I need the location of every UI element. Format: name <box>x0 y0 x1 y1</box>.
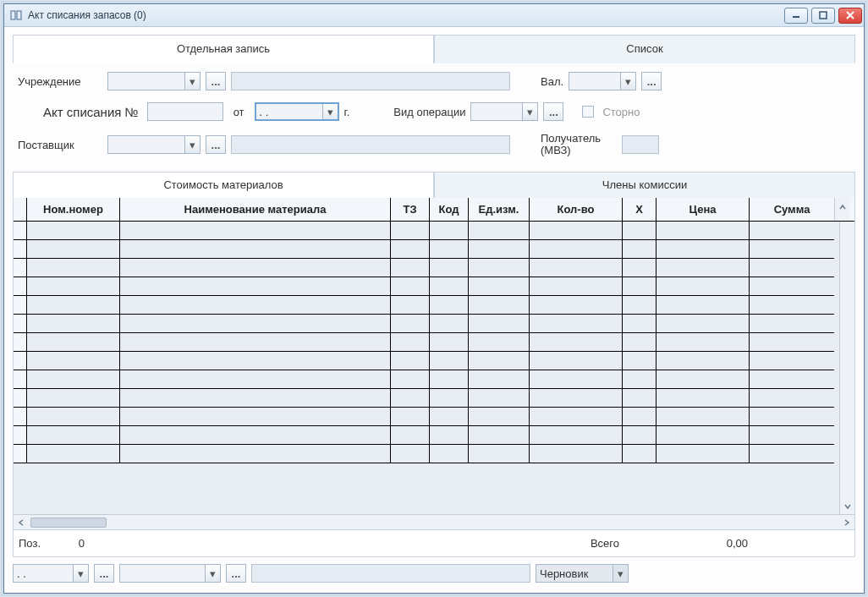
table-row[interactable] <box>14 370 854 389</box>
status-combo[interactable]: Черновик ▾ <box>536 564 629 583</box>
chevron-down-icon: ▾ <box>613 565 628 582</box>
tab-list[interactable]: Список <box>434 35 855 63</box>
institution-browse-button[interactable]: ... <box>206 72 226 90</box>
svg-rect-1 <box>17 11 21 19</box>
scrollbar-thumb[interactable] <box>30 518 107 528</box>
table-row[interactable] <box>14 426 854 445</box>
vscroll-header-gap <box>834 198 849 221</box>
col-sum[interactable]: Сумма <box>750 198 834 221</box>
window-title: Акт списания запасов (0) <box>28 9 784 21</box>
footer-pos-value: 0 <box>51 537 85 550</box>
date-input[interactable]: . . ▾ <box>255 102 339 121</box>
chevron-down-icon: ▾ <box>522 103 537 120</box>
table-row[interactable] <box>14 240 854 259</box>
bottom-bar: . . ▾ ... ▾ ... Черновик ▾ <box>13 557 855 583</box>
bottom-browse-2-button[interactable]: ... <box>226 564 246 583</box>
label-recipient: Получатель (МВЗ) <box>541 133 617 157</box>
materials-grid: Ном.номер Наименование материала ТЗ Код … <box>13 198 855 530</box>
label-storno: Сторно <box>602 106 640 118</box>
label-institution: Учреждение <box>18 75 102 88</box>
bottom-date-combo[interactable]: . . ▾ <box>13 564 89 583</box>
act-number-input[interactable] <box>147 102 223 121</box>
col-ed[interactable]: Ед.изм. <box>469 198 530 221</box>
bottom-combo-2[interactable]: ▾ <box>119 564 221 583</box>
col-tz[interactable]: ТЗ <box>391 198 430 221</box>
op-type-combo[interactable]: ▾ <box>470 102 538 121</box>
chevron-down-icon: ▾ <box>184 73 200 90</box>
scroll-down-icon[interactable] <box>840 499 854 514</box>
subtab-materials[interactable]: Стоимость материалов <box>13 172 434 198</box>
grid-header-row: Ном.номер Наименование материала ТЗ Код … <box>14 198 854 222</box>
grid-footer: Поз. 0 Всего 0,00 <box>13 530 855 557</box>
chevron-down-icon: ▾ <box>620 73 635 90</box>
table-row[interactable] <box>14 277 854 296</box>
svg-rect-0 <box>11 11 15 19</box>
footer-total-label: Всего <box>591 537 619 550</box>
vertical-scrollbar[interactable] <box>839 222 854 514</box>
scroll-left-icon[interactable] <box>14 515 29 529</box>
col-name[interactable]: Наименование материала <box>120 198 391 221</box>
col-price[interactable]: Цена <box>656 198 750 221</box>
label-act-number: Акт списания № <box>18 105 142 119</box>
chevron-down-icon: ▾ <box>184 136 200 153</box>
grid-body[interactable] <box>14 222 854 514</box>
label-supplier: Поставщик <box>18 139 102 151</box>
institution-combo[interactable]: ▾ <box>107 72 201 90</box>
row-handle-header <box>14 198 27 221</box>
bottom-date-browse-button[interactable]: ... <box>94 564 114 583</box>
footer-pos-label: Поз. <box>19 537 41 550</box>
table-row[interactable] <box>14 408 854 426</box>
supplier-name-field <box>231 135 510 154</box>
svg-rect-3 <box>820 12 827 19</box>
op-type-browse-button[interactable]: ... <box>543 102 563 121</box>
col-kol[interactable]: Кол-во <box>530 198 623 221</box>
footer-total-value: 0,00 <box>680 537 748 550</box>
label-year-suffix: г. <box>344 106 350 118</box>
label-op-type: Вид операции <box>393 106 465 118</box>
chevron-down-icon: ▾ <box>205 565 220 582</box>
table-row[interactable] <box>14 296 854 315</box>
table-row[interactable] <box>14 389 854 408</box>
storno-checkbox[interactable] <box>582 106 594 118</box>
tab-single-record[interactable]: Отдельная запись <box>13 35 434 63</box>
label-from: от <box>228 106 250 118</box>
titlebar: Акт списания запасов (0) <box>4 4 864 27</box>
table-row[interactable] <box>14 333 854 352</box>
table-row[interactable] <box>14 259 854 277</box>
table-row[interactable] <box>14 222 854 240</box>
table-row[interactable] <box>14 315 854 333</box>
app-icon <box>9 8 23 22</box>
top-tabs: Отдельная запись Список <box>13 34 855 63</box>
col-x[interactable]: Х <box>623 198 656 221</box>
horizontal-scrollbar[interactable] <box>14 514 854 529</box>
bottom-text-field <box>251 564 530 583</box>
scroll-right-icon[interactable] <box>839 515 854 529</box>
chevron-down-icon: ▾ <box>322 104 338 119</box>
window-frame: Акт списания запасов (0) Отдельная запис… <box>3 3 865 594</box>
close-button[interactable] <box>838 8 862 24</box>
currency-combo[interactable]: ▾ <box>569 72 636 90</box>
col-nom[interactable]: Ном.номер <box>27 198 120 221</box>
currency-browse-button[interactable]: ... <box>641 72 662 90</box>
chevron-down-icon: ▾ <box>73 565 88 582</box>
table-row[interactable] <box>14 352 854 370</box>
label-currency: Вал. <box>541 75 563 88</box>
institution-name-field <box>231 72 510 90</box>
status-value: Черновик <box>540 567 588 580</box>
sub-tabs: Стоимость материалов Члены комиссии <box>13 171 855 198</box>
col-kod[interactable]: Код <box>430 198 469 221</box>
recipient-field <box>622 135 659 154</box>
supplier-combo[interactable]: ▾ <box>107 135 201 154</box>
supplier-browse-button[interactable]: ... <box>206 135 226 154</box>
maximize-button[interactable] <box>811 8 835 24</box>
subtab-commission[interactable]: Члены комиссии <box>434 172 855 198</box>
table-row[interactable] <box>14 445 854 463</box>
minimize-button[interactable] <box>784 8 808 24</box>
